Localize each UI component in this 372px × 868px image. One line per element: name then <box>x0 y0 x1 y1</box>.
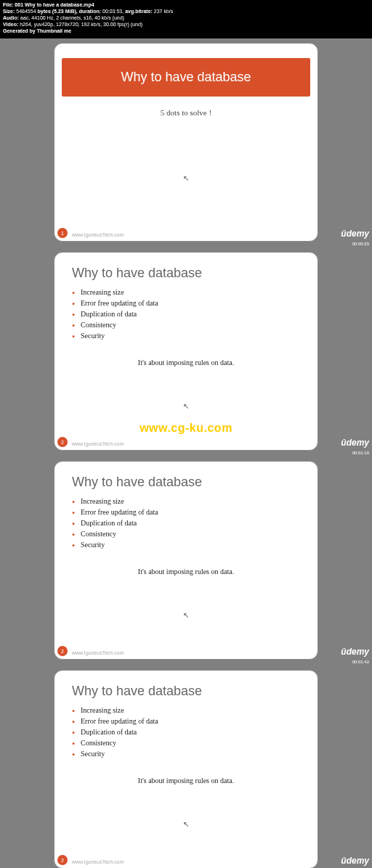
bullet-item: Error free updating of data <box>72 299 310 307</box>
frame-timestamp: 00:00:25 <box>352 242 369 246</box>
frame-timestamp: 00:01:42 <box>352 660 369 664</box>
bullet-item: Duplication of data <box>72 310 310 318</box>
thumbnail-grid: Why to have database5 dots to solve !↖1w… <box>0 38 372 868</box>
meta-br-value: 237 kb/s <box>154 9 173 14</box>
udemy-logo: ûdemy <box>341 438 369 448</box>
page-number: 2 <box>57 437 68 447</box>
meta-dur-value: 00:03:53, <box>102 9 124 14</box>
udemy-logo: ûdemy <box>341 856 369 866</box>
page-number: 2 <box>57 855 68 865</box>
bullet-item: Duplication of data <box>72 728 310 736</box>
thumbnail-frame: Why to have databaseIncreasing sizeError… <box>0 247 372 456</box>
meta-size-value: 5484554 <box>16 9 36 14</box>
slide: Why to have databaseIncreasing sizeError… <box>54 670 318 868</box>
slide-rule-text: It's about imposing rules on data. <box>62 777 310 785</box>
slide-heading: Why to have database <box>72 684 310 699</box>
bullet-item: Increasing size <box>72 288 310 296</box>
cursor-icon: ↖ <box>183 611 189 619</box>
slide: Why to have databaseIncreasing sizeError… <box>54 252 318 451</box>
meta-file-value: 001 Why to have a database.mp4 <box>15 2 94 7</box>
thumbnail-frame: Why to have databaseIncreasing sizeError… <box>0 456 372 666</box>
bullet-list: Increasing sizeError free updating of da… <box>72 288 310 340</box>
watermark: www.cg-ku.com <box>140 422 232 435</box>
thumbnail-frame: Why to have database5 dots to solve !↖1w… <box>0 38 372 247</box>
bullet-item: Error free updating of data <box>72 508 310 516</box>
slide-footer-url: www.IguneusTech.com <box>72 650 124 655</box>
meta-audio-label: Audio: <box>3 15 20 20</box>
meta-bytes: bytes (5.23 MiB), <box>36 9 79 14</box>
bullet-list: Increasing sizeError free updating of da… <box>72 497 310 549</box>
file-metadata: File: 001 Why to have a database.mp4 Siz… <box>0 0 372 36</box>
bullet-item: Consistency <box>72 739 310 747</box>
slide-footer-url: www.IguneusTech.com <box>72 232 124 237</box>
meta-audio-value: aac, 44100 Hz, 2 channels, s16, 40 kb/s … <box>20 15 124 20</box>
meta-file-label: File: <box>3 2 15 7</box>
page-number: 1 <box>57 228 68 238</box>
slide-heading: Why to have database <box>72 475 310 490</box>
bullet-list: Increasing sizeError free updating of da… <box>72 706 310 758</box>
page-number: 2 <box>57 646 68 656</box>
bullet-item: Duplication of data <box>72 519 310 527</box>
meta-br-label: avg.bitrate: <box>124 9 154 14</box>
frame-timestamp: 00:01:10 <box>352 451 369 455</box>
bullet-item: Increasing size <box>72 497 310 505</box>
bullet-item: Consistency <box>72 321 310 329</box>
slide-footer-url: www.IguneusTech.com <box>72 441 124 446</box>
meta-video-value: h264, yuv420p, 1278x720, 192 kb/s, 30.00… <box>20 22 142 27</box>
meta-video-label: Video: <box>3 22 20 27</box>
slide-footer-url: www.IguneusTech.com <box>72 859 124 864</box>
cursor-icon: ↖ <box>183 402 189 410</box>
slide-heading: Why to have database <box>72 266 310 281</box>
slide: Why to have database5 dots to solve !↖1w… <box>54 43 318 242</box>
meta-size-label: Size: <box>3 9 16 14</box>
thumbnail-frame: Why to have databaseIncreasing sizeError… <box>0 666 372 868</box>
cursor-icon: ↖ <box>183 174 189 182</box>
slide: Why to have databaseIncreasing sizeError… <box>54 461 318 660</box>
bullet-item: Security <box>72 750 310 758</box>
slide-subtitle: 5 dots to solve ! <box>62 108 310 117</box>
udemy-logo: ûdemy <box>341 647 369 657</box>
bullet-item: Security <box>72 541 310 549</box>
bullet-item: Consistency <box>72 530 310 538</box>
bullet-item: Increasing size <box>72 706 310 714</box>
slide-rule-text: It's about imposing rules on data. <box>62 359 310 367</box>
bullet-item: Security <box>72 332 310 340</box>
bullet-item: Error free updating of data <box>72 717 310 725</box>
slide-title-banner: Why to have database <box>62 58 310 97</box>
cursor-icon: ↖ <box>183 820 189 828</box>
udemy-logo: ûdemy <box>341 229 369 239</box>
slide-rule-text: It's about imposing rules on data. <box>62 568 310 576</box>
meta-generated: Generated by Thumbnail me <box>3 28 71 33</box>
meta-dur-label: duration: <box>79 9 102 14</box>
